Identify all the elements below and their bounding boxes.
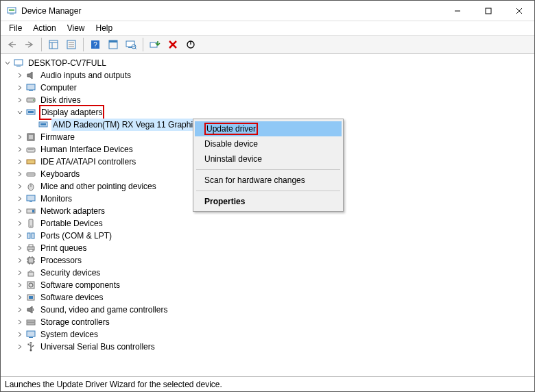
tb-properties-sheet[interactable] [63,37,80,52]
minimize-button[interactable] [442,1,473,21]
disk-icon [25,95,36,106]
tree-item-storage[interactable]: Storage controllers [2,316,533,328]
tree-item-system[interactable]: System devices [2,328,533,341]
tree-item-label: Mice and other pointing devices [39,180,158,193]
chevron-right-icon[interactable] [14,304,25,316]
maximize-button[interactable] [473,1,503,21]
chevron-right-icon[interactable] [14,69,25,82]
chevron-down-icon[interactable] [14,106,25,119]
tb-back[interactable] [3,37,20,52]
chevron-right-icon[interactable] [14,168,25,180]
svg-point-57 [30,225,32,227]
svg-rect-32 [29,90,33,91]
blank-expander [27,119,38,131]
svg-rect-78 [27,323,35,325]
tree-item-label: Ports (COM & LPT) [39,230,113,242]
chevron-right-icon[interactable] [14,316,25,328]
tree-item-sound[interactable]: Sound, video and game controllers [2,304,533,316]
svg-point-34 [33,99,34,101]
tree-item-label: Monitors [39,193,73,205]
chevron-right-icon[interactable] [14,143,25,156]
svg-rect-79 [27,331,35,336]
tb-uninstall[interactable] [165,37,181,52]
software-device-icon [25,292,36,303]
chevron-down-icon[interactable] [2,57,13,69]
svg-point-46 [29,173,29,174]
tree-item-swdev[interactable]: Software devices [2,291,533,304]
device-tree[interactable]: DESKTOP-CV7FULL Audio inputs and outputs… [1,54,534,376]
svg-rect-1 [10,14,14,14]
svg-rect-38 [40,123,46,125]
tb-disable[interactable] [182,37,199,52]
tree-item-label: IDE ATA/ATAPI controllers [39,156,137,168]
tree-item-proc[interactable]: Processors [2,254,533,267]
close-button[interactable] [503,1,534,21]
svg-rect-53 [29,201,32,202]
tree-root[interactable]: DESKTOP-CV7FULL [2,57,533,69]
tree-item-portable[interactable]: Portable Devices [2,217,533,230]
tree-item-label: Portable Devices [39,217,104,230]
ctx-properties[interactable]: Properties [195,194,342,209]
svg-rect-55 [32,210,34,212]
toolbar-separator [143,38,143,51]
menu-file[interactable]: File [3,22,27,34]
chevron-right-icon[interactable] [14,341,25,353]
menu-view[interactable]: View [62,22,91,34]
tb-show-hide-tree[interactable] [45,37,62,52]
svg-rect-63 [28,258,34,263]
chevron-right-icon[interactable] [14,217,25,230]
ctx-disable-device[interactable]: Disable device [195,136,342,151]
tree-item-label: Computer [39,82,78,94]
hid-icon [25,144,36,155]
storage-icon [25,317,36,328]
ctx-update-driver[interactable]: Update driver [195,121,342,136]
chevron-right-icon[interactable] [14,193,25,205]
svg-line-24 [135,48,136,49]
chevron-right-icon[interactable] [14,205,25,217]
software-component-icon [25,280,36,291]
tree-item-ports[interactable]: Ports (COM & LPT) [2,230,533,242]
chevron-right-icon[interactable] [14,279,25,291]
tree-item-printq[interactable]: Print queues [2,242,533,254]
tb-action-props[interactable] [105,37,121,52]
svg-rect-36 [28,111,34,113]
svg-rect-72 [28,272,34,276]
chevron-right-icon[interactable] [14,267,25,279]
chevron-right-icon[interactable] [14,291,25,304]
svg-rect-80 [29,337,33,338]
svg-rect-20 [109,40,117,42]
chevron-right-icon[interactable] [14,94,25,106]
ctx-item-label: Properties [204,197,245,206]
tree-item-security[interactable]: Security devices [2,267,533,279]
chevron-right-icon[interactable] [14,156,25,168]
tree-item-display[interactable]: Display adapters [2,106,533,119]
keyboard-icon [25,169,36,180]
chevron-right-icon[interactable] [14,328,25,341]
tb-scan-hardware[interactable] [123,37,139,52]
ctx-uninstall-device[interactable]: Uninstall device [195,151,342,167]
ide-icon [25,156,36,167]
context-menu: Update driver Disable device Uninstall d… [193,119,344,212]
tree-item-computer[interactable]: Computer [2,82,533,94]
tree-item-swcomp[interactable]: Software components [2,279,533,291]
chevron-right-icon[interactable] [14,131,25,143]
svg-rect-59 [32,233,34,238]
menu-help[interactable]: Help [91,22,119,34]
chevron-right-icon[interactable] [14,230,25,242]
chevron-right-icon[interactable] [14,242,25,254]
chevron-right-icon[interactable] [14,82,25,94]
svg-rect-2 [9,9,14,10]
tb-forward[interactable] [21,37,38,52]
tb-update-driver[interactable] [147,37,163,52]
ctx-scan-hardware[interactable]: Scan for hardware changes [195,173,342,188]
svg-rect-3 [9,10,14,11]
chevron-right-icon[interactable] [14,254,25,267]
tree-item-label: Firmware [39,131,76,143]
statusbar-text: Launches the Update Driver Wizard for th… [5,380,222,389]
menu-action[interactable]: Action [27,22,61,34]
tree-item-usb[interactable]: Universal Serial Bus controllers [2,341,533,353]
tree-item-label: Universal Serial Bus controllers [39,341,156,353]
tree-item-audio[interactable]: Audio inputs and outputs [2,69,533,82]
tb-help[interactable]: ? [87,37,104,52]
chevron-right-icon[interactable] [14,180,25,193]
